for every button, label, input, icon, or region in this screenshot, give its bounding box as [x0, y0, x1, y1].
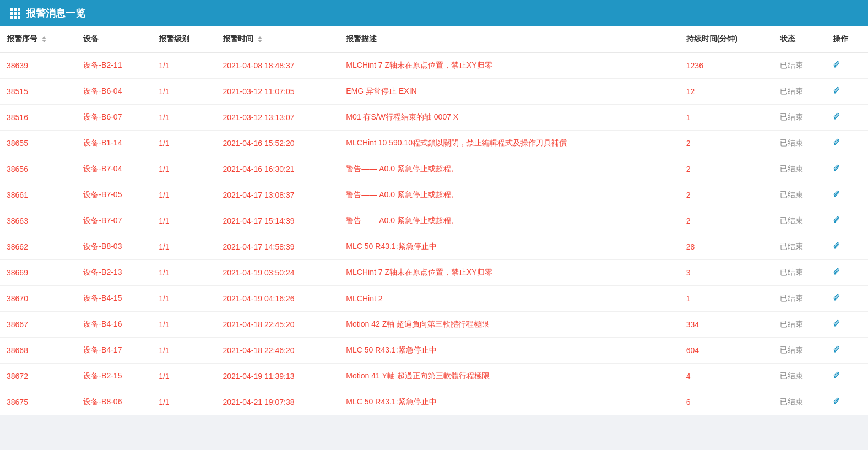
cell-time: 2021-04-21 19:07:38: [216, 389, 339, 415]
header-row: 报警序号 设备 报警级别 报警时间: [0, 26, 868, 52]
cell-time: 2021-03-12 13:13:07: [216, 105, 339, 131]
edit-icon[interactable]: [833, 164, 842, 175]
col-time: 报警时间: [216, 26, 339, 52]
cell-action: [826, 260, 868, 286]
grid-icon: [10, 8, 20, 19]
cell-seq: 38667: [0, 312, 77, 338]
edit-icon[interactable]: [833, 189, 842, 200]
cell-desc: EMG 异常停止 EXIN: [339, 79, 679, 105]
table-body: 38639设备-B2-111/12021-04-08 18:48:37MLCHi…: [0, 52, 868, 415]
cell-seq: 38656: [0, 156, 77, 182]
cell-level: 1/1: [152, 156, 216, 182]
edit-icon[interactable]: [833, 293, 842, 304]
table-row: 38639设备-B2-111/12021-04-08 18:48:37MLCHi…: [0, 52, 868, 79]
cell-time: 2021-04-19 03:50:24: [216, 260, 339, 286]
cell-desc: M01 有S/W行程结束的轴 0007 X: [339, 105, 679, 131]
edit-icon[interactable]: [833, 319, 842, 330]
cell-duration: 2: [680, 131, 774, 156]
table-row: 38655设备-B1-141/12021-04-16 15:52:20MLCHi…: [0, 131, 868, 156]
cell-status: 已结束: [773, 338, 826, 364]
cell-level: 1/1: [152, 389, 216, 415]
sort-icon-time[interactable]: [258, 36, 262, 42]
cell-action: [826, 105, 868, 131]
cell-desc: MLC 50 R43.1:紧急停止中: [339, 234, 679, 260]
cell-duration: 6: [680, 389, 774, 415]
cell-status: 已结束: [773, 156, 826, 182]
table-row: 38663设备-B7-071/12021-04-17 15:14:39警告—— …: [0, 208, 868, 234]
cell-time: 2021-04-19 04:16:26: [216, 286, 339, 312]
col-level: 报警级别: [152, 26, 216, 52]
col-device: 设备: [77, 26, 152, 52]
cell-desc: MLCHint 7 Z轴未在原点位置，禁止XY归零: [339, 260, 679, 286]
cell-duration: 12: [680, 79, 774, 105]
cell-device: 设备-B8-06: [77, 389, 152, 415]
cell-action: [826, 364, 868, 389]
edit-icon[interactable]: [833, 345, 842, 356]
cell-seq: 38515: [0, 79, 77, 105]
cell-action: [826, 131, 868, 156]
cell-status: 已结束: [773, 286, 826, 312]
cell-duration: 28: [680, 234, 774, 260]
cell-time: 2021-04-16 15:52:20: [216, 131, 339, 156]
cell-status: 已结束: [773, 208, 826, 234]
table-row: 38670设备-B4-151/12021-04-19 04:16:26MLCHi…: [0, 286, 868, 312]
cell-duration: 4: [680, 364, 774, 389]
cell-level: 1/1: [152, 338, 216, 364]
cell-device: 设备-B7-07: [77, 208, 152, 234]
edit-icon[interactable]: [833, 371, 842, 382]
cell-seq: 38662: [0, 234, 77, 260]
table-row: 38668设备-B4-171/12021-04-18 22:46:20MLC 5…: [0, 338, 868, 364]
cell-device: 设备-B2-13: [77, 260, 152, 286]
col-action: 操作: [826, 26, 868, 52]
cell-device: 设备-B6-07: [77, 105, 152, 131]
edit-icon[interactable]: [833, 267, 842, 278]
cell-status: 已结束: [773, 364, 826, 389]
cell-status: 已结束: [773, 260, 826, 286]
cell-desc: MLC 50 R43.1:紧急停止中: [339, 389, 679, 415]
table-row: 38669设备-B2-131/12021-04-19 03:50:24MLCHi…: [0, 260, 868, 286]
edit-icon[interactable]: [833, 397, 842, 408]
cell-device: 设备-B2-11: [77, 52, 152, 79]
cell-action: [826, 79, 868, 105]
table-row: 38661设备-B7-051/12021-04-17 13:08:37警告—— …: [0, 182, 868, 208]
cell-status: 已结束: [773, 312, 826, 338]
cell-device: 设备-B1-14: [77, 131, 152, 156]
cell-time: 2021-04-08 18:48:37: [216, 52, 339, 79]
cell-status: 已结束: [773, 131, 826, 156]
edit-icon[interactable]: [833, 215, 842, 226]
edit-icon[interactable]: [833, 86, 842, 97]
cell-level: 1/1: [152, 312, 216, 338]
cell-desc: MLCHint 7 Z轴未在原点位置，禁止XY归零: [339, 52, 679, 79]
page-title: 报警消息一览: [26, 7, 85, 20]
cell-duration: 2: [680, 156, 774, 182]
cell-time: 2021-03-12 11:07:05: [216, 79, 339, 105]
cell-level: 1/1: [152, 364, 216, 389]
cell-device: 设备-B7-04: [77, 156, 152, 182]
table-header: 报警序号 设备 报警级别 报警时间: [0, 26, 868, 52]
cell-action: [826, 389, 868, 415]
cell-level: 1/1: [152, 208, 216, 234]
cell-level: 1/1: [152, 234, 216, 260]
cell-status: 已结束: [773, 389, 826, 415]
cell-device: 设备-B4-17: [77, 338, 152, 364]
cell-seq: 38669: [0, 260, 77, 286]
cell-desc: Motion 41 Y軸 超過正向第三軟體行程極限: [339, 364, 679, 389]
cell-status: 已结束: [773, 234, 826, 260]
cell-seq: 38663: [0, 208, 77, 234]
cell-seq: 38661: [0, 182, 77, 208]
cell-time: 2021-04-17 15:14:39: [216, 208, 339, 234]
sort-icon-seq[interactable]: [42, 36, 46, 42]
cell-seq: 38670: [0, 286, 77, 312]
cell-device: 设备-B7-05: [77, 182, 152, 208]
edit-icon[interactable]: [833, 112, 842, 123]
col-duration: 持续时间(分钟): [680, 26, 774, 52]
table-row: 38672设备-B2-151/12021-04-19 11:39:13Motio…: [0, 364, 868, 389]
edit-icon[interactable]: [833, 60, 842, 71]
cell-time: 2021-04-19 11:39:13: [216, 364, 339, 389]
edit-icon[interactable]: [833, 138, 842, 149]
edit-icon[interactable]: [833, 241, 842, 252]
cell-duration: 2: [680, 208, 774, 234]
cell-level: 1/1: [152, 105, 216, 131]
cell-action: [826, 312, 868, 338]
table-row: 38515设备-B6-041/12021-03-12 11:07:05EMG 异…: [0, 79, 868, 105]
